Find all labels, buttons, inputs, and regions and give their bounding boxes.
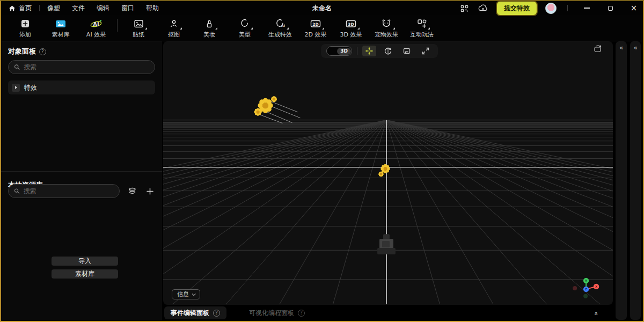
tab-label: 可视化编程面板	[249, 309, 294, 318]
home-icon	[9, 5, 16, 12]
close-button[interactable]: ×	[629, 3, 639, 13]
info-dropdown-button[interactable]: 信息	[172, 289, 200, 299]
controls-separator	[567, 5, 568, 11]
svg-text:X: X	[595, 285, 598, 288]
right-collapsed-panels: « «	[613, 41, 643, 321]
toolbar-2d-effects[interactable]: 2D 2D 效果	[298, 17, 333, 39]
toolbar-label: 贴纸	[133, 31, 144, 39]
menu-app[interactable]: 像塑	[47, 4, 60, 13]
menu-bar: 像塑 文件 编辑 窗口 帮助	[47, 4, 159, 13]
minimize-icon	[584, 8, 590, 9]
toolbar-makeup[interactable]: 美妆	[192, 17, 227, 39]
layers-stack-icon[interactable]	[127, 186, 137, 196]
3d-viewport[interactable]: Y X Z 3D	[163, 41, 613, 305]
material-library-button[interactable]: 素材库	[52, 269, 118, 279]
toolbar-3d-effects[interactable]: 3D 3D 效果	[333, 17, 369, 39]
tree-item-effect[interactable]: 特效	[8, 80, 155, 94]
toolbar-interactive-play[interactable]: 互动玩法	[404, 17, 440, 39]
maximize-button[interactable]	[605, 3, 615, 13]
2d-badge-icon: 2D	[310, 18, 321, 30]
rotate-tool-button[interactable]	[381, 46, 395, 56]
bottom-panel-bar: 事件编辑面板 可视化编程面板 «	[163, 306, 613, 320]
collapsed-panel-preview[interactable]: «	[630, 41, 641, 320]
toolbar-cutout[interactable]: 抠图	[156, 17, 192, 39]
axis-neg-y	[583, 294, 588, 298]
toolbar-separator	[117, 19, 118, 32]
toolbar-ai-effects[interactable]: AI AI 效果	[78, 17, 114, 39]
toolbar-pet-effects[interactable]: 宠物效果	[369, 17, 404, 39]
import-button[interactable]: 导入	[52, 257, 118, 266]
move-icon	[365, 47, 374, 55]
generate-effects-icon: AI	[274, 18, 286, 30]
toolbar-label: 3D 效果	[340, 31, 362, 39]
object-search[interactable]	[8, 60, 155, 74]
add-resource-icon[interactable]	[144, 186, 155, 196]
origin-flower[interactable]	[378, 164, 390, 177]
axis-gizmo[interactable]: Y X Z	[573, 278, 599, 298]
user-avatar[interactable]	[545, 3, 557, 14]
visual-programming-help-icon[interactable]	[298, 310, 305, 317]
svg-text:AI: AI	[93, 21, 99, 27]
submit-effect-button[interactable]: 提交特效	[497, 2, 537, 15]
chevron-down-icon	[192, 292, 196, 296]
library-search[interactable]	[8, 184, 120, 198]
blocks-icon	[416, 18, 427, 30]
toolbar-label: 2D 效果	[305, 31, 327, 39]
toolbar-label: 素材库	[52, 31, 70, 39]
search-icon	[14, 188, 20, 194]
cloud-sync-icon[interactable]	[478, 4, 488, 12]
add-icon	[20, 18, 31, 30]
svg-text:Z: Z	[585, 288, 587, 291]
toolbar-label: AI 效果	[86, 31, 106, 39]
toolbar-face-shape[interactable]: 美型	[227, 17, 262, 39]
flower-particles[interactable]	[254, 96, 300, 123]
object-panel-help-icon[interactable]	[39, 48, 46, 55]
toolbar-add[interactable]: 添加	[8, 17, 43, 39]
pet-face-icon	[380, 18, 392, 30]
expand-bottom-panel-button[interactable]: «	[588, 308, 604, 318]
search-icon	[14, 64, 20, 70]
face-outline-icon	[239, 18, 250, 30]
object-panel-title: 对象面板	[8, 47, 36, 56]
axis-y	[583, 278, 589, 283]
menu-file[interactable]: 文件	[72, 4, 85, 13]
toolbar-material-library[interactable]: 素材库	[43, 17, 78, 39]
chevron-left-double-icon: «	[634, 44, 637, 320]
info-label: 信息	[177, 290, 189, 298]
rotate-icon	[384, 47, 392, 55]
menu-edit[interactable]: 编辑	[97, 4, 109, 13]
effects-toolbar: 添加 素材库 AI AI 效果 贴纸	[1, 15, 643, 41]
toolbar-sticker[interactable]: 贴纸	[121, 17, 156, 39]
toolbar-label: 宠物效果	[375, 31, 398, 39]
3d-badge-icon: 3D	[345, 18, 357, 30]
main-area: 对象面板 特效 本地资源库	[1, 41, 643, 321]
svg-text:AI: AI	[281, 24, 285, 27]
menu-help[interactable]: 帮助	[146, 4, 159, 13]
collapsed-panel-inspector[interactable]: «	[616, 41, 627, 320]
move-tool-button[interactable]	[362, 46, 376, 56]
menu-window[interactable]: 窗口	[121, 4, 134, 13]
rotate-screen-icon	[594, 45, 602, 53]
minimize-button[interactable]	[582, 3, 591, 13]
library-search-input[interactable]	[24, 187, 114, 195]
3d-mode-toggle[interactable]: 3D	[326, 46, 352, 56]
rotate-view-button[interactable]	[594, 45, 602, 55]
home-button[interactable]: 首页	[9, 4, 32, 13]
focus-tool-button[interactable]	[419, 46, 433, 56]
object-search-input[interactable]	[24, 63, 149, 71]
event-editor-help-icon[interactable]	[213, 310, 220, 317]
cutout-person-icon	[169, 18, 179, 30]
panel-divider	[1, 171, 162, 172]
toolbar-generate-effects[interactable]: AI 生成特效	[262, 17, 298, 39]
tab-event-editor[interactable]: 事件编辑面板	[164, 306, 226, 319]
viewport-toolbar-separator	[357, 47, 357, 55]
svg-text:Y: Y	[584, 279, 588, 282]
window-controls: ×	[582, 3, 639, 13]
camera-object[interactable]	[377, 234, 396, 254]
expand-caret-icon[interactable]	[12, 84, 20, 92]
tab-visual-programming[interactable]: 可视化编程面板	[243, 306, 311, 319]
scale-tool-button[interactable]	[400, 46, 414, 56]
axis-x	[594, 284, 599, 289]
3d-toggle-knob: 3D	[337, 48, 351, 55]
qr-code-icon[interactable]	[460, 4, 469, 13]
